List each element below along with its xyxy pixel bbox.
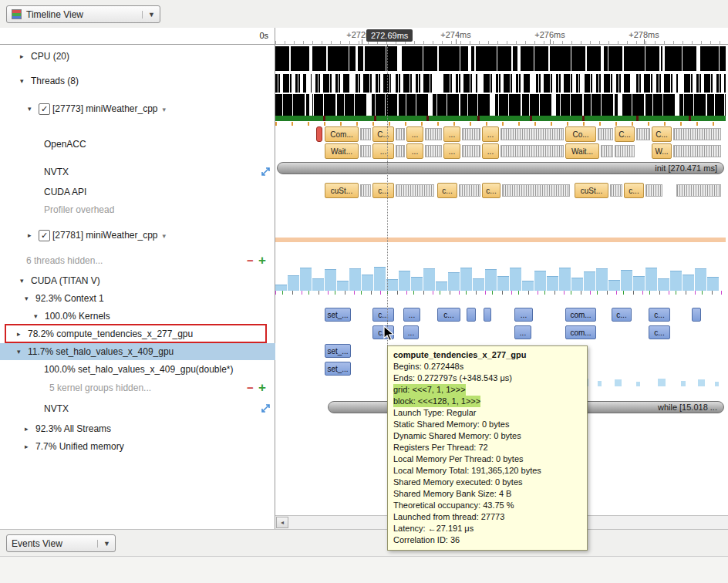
tree-item-label[interactable]: OpenACC: [44, 136, 86, 153]
expand-arrow-icon[interactable]: ▸: [28, 227, 32, 244]
timeline-block[interactable]: Com...: [325, 126, 359, 142]
timeline-block[interactable]: c...: [624, 183, 644, 198]
tree-item-thread-27773[interactable]: ▾✓[27773] miniWeather_cpp▾: [0, 100, 275, 117]
tree-item-threads-hidden[interactable]: 6 threads hidden...−+: [0, 252, 275, 269]
tree-item-label[interactable]: 6 threads hidden...: [26, 252, 103, 269]
tree-item-unified-memory[interactable]: ▸7.7% Unified memory: [0, 438, 275, 455]
row-checkbox[interactable]: ✓: [39, 103, 50, 115]
tree-item-label[interactable]: 5 kernel groups hidden...: [49, 379, 151, 396]
expand-arrow-icon[interactable]: ▸: [25, 438, 29, 455]
timeline-block[interactable]: c...: [649, 308, 670, 322]
hide-row-button[interactable]: −: [247, 252, 254, 269]
tree-item-nvtx-cuda[interactable]: NVTX: [0, 400, 275, 417]
expand-arrow-icon[interactable]: ▸: [25, 420, 29, 437]
tree-item-label[interactable]: 100.0% set_halo_values_x_409_gpu(double*…: [44, 361, 234, 378]
tree-item-cpu[interactable]: ▸CPU (20): [0, 48, 275, 65]
timeline-block[interactable]: c...: [437, 183, 457, 198]
expand-arrow-icon[interactable]: ▾: [17, 343, 21, 360]
tree-item-kernel-groups-hidden[interactable]: 5 kernel groups hidden...−+: [0, 379, 275, 396]
timeline-block[interactable]: c...: [437, 308, 460, 322]
expand-row-icon[interactable]: [261, 403, 271, 414]
tree-item-label[interactable]: 78.2% compute_tendencies_x_277_gpu: [28, 325, 193, 342]
timeline-block[interactable]: set_...: [325, 344, 351, 358]
timeline-block[interactable]: C...: [372, 126, 394, 142]
tree-item-label[interactable]: [27781] miniWeather_cpp▾: [52, 227, 166, 244]
tree-item-kernel-set-halo-instance[interactable]: 100.0% set_halo_values_x_409_gpu(double*…: [0, 361, 275, 378]
timeline-block[interactable]: com...: [565, 325, 596, 339]
tree-item-all-streams[interactable]: ▸92.3% All Streams: [0, 420, 275, 437]
timeline-block[interactable]: Co...: [565, 126, 596, 142]
show-row-button[interactable]: +: [258, 379, 266, 396]
tree-item-label[interactable]: 92.3% All Streams: [35, 420, 111, 437]
expand-arrow-icon[interactable]: ▸: [20, 48, 24, 65]
timeline-block[interactable]: ...: [406, 143, 423, 159]
tree-item-openacc[interactable]: OpenACC: [0, 136, 275, 153]
timeline-block[interactable]: C...: [652, 126, 672, 142]
expand-arrow-icon[interactable]: ▾: [25, 290, 29, 307]
tree-item-thread-27781[interactable]: ▸✓[27781] miniWeather_cpp▾: [0, 227, 275, 244]
timeline-block[interactable]: ...: [403, 308, 420, 322]
tree-item-label[interactable]: CUDA API: [44, 184, 86, 201]
tree-item-label[interactable]: 92.3% Context 1: [35, 290, 104, 307]
show-row-button[interactable]: +: [258, 252, 266, 269]
tree-item-threads[interactable]: ▾Threads (8): [0, 72, 275, 89]
tree-item-label[interactable]: 100.0% Kernels: [45, 308, 110, 325]
row-checkbox[interactable]: ✓: [39, 230, 50, 241]
tree-item-context-1[interactable]: ▾92.3% Context 1: [0, 290, 275, 307]
timeline-block[interactable]: c...: [612, 308, 632, 322]
tree-item-kernel-compute-tendencies[interactable]: ▸78.2% compute_tendencies_x_277_gpu: [0, 325, 275, 342]
expand-arrow-icon[interactable]: ▸: [17, 325, 21, 342]
timeline-block[interactable]: C...: [615, 126, 635, 142]
timeline-block[interactable]: W...: [652, 143, 672, 159]
expand-arrow-icon[interactable]: ▾: [34, 308, 38, 325]
timeline-view-dropdown[interactable]: Timeline View ▼: [6, 5, 160, 23]
scroll-left-button[interactable]: ◂: [276, 517, 288, 528]
timeline-block[interactable]: set_...: [325, 308, 351, 322]
timeline-block[interactable]: c...: [372, 183, 394, 198]
tree-item-label[interactable]: 11.7% set_halo_values_x_409_gpu: [28, 343, 174, 360]
timeline-block[interactable]: Wait...: [565, 143, 599, 159]
timeline-block[interactable]: ...: [443, 143, 460, 159]
tree-item-label[interactable]: CUDA (TITAN V): [31, 272, 100, 289]
chevron-down-icon[interactable]: ▾: [163, 232, 167, 240]
expand-arrow-icon[interactable]: ▾: [20, 72, 24, 89]
tree-item-label[interactable]: Profiler overhead: [44, 201, 114, 218]
timeline-block[interactable]: set_...: [325, 362, 351, 376]
tree-item-label[interactable]: NVTX: [44, 400, 69, 417]
tree-item-cuda-api[interactable]: CUDA API: [0, 184, 275, 201]
expand-arrow-icon[interactable]: ▾: [20, 272, 24, 289]
timeline-block[interactable]: ...: [482, 126, 499, 142]
tree-item-nvtx-27773[interactable]: NVTX: [0, 163, 275, 180]
tree-item-profiler-overhead[interactable]: Profiler overhead: [0, 201, 275, 218]
events-view-dropdown[interactable]: Events View ▼: [6, 534, 116, 552]
hide-row-button[interactable]: −: [247, 379, 254, 396]
timeline-block[interactable]: init [270.471 ms]: [277, 162, 724, 174]
tree-item-label[interactable]: 7.7% Unified memory: [35, 438, 124, 455]
timeline-block[interactable]: ...: [482, 143, 499, 159]
timeline-block[interactable]: ...: [372, 143, 394, 159]
chevron-down-icon[interactable]: ▾: [163, 106, 167, 113]
expand-arrow-icon[interactable]: ▾: [28, 100, 32, 117]
timeline-block[interactable]: com...: [565, 308, 596, 322]
timeline-block[interactable]: ...: [514, 308, 533, 322]
timeline-block[interactable]: cuSt...: [325, 183, 359, 198]
tree-item-kernels[interactable]: ▾100.0% Kernels: [0, 308, 275, 325]
tree-item-label[interactable]: Threads (8): [31, 72, 79, 89]
timeline-block[interactable]: ...: [443, 126, 460, 142]
timeline-block[interactable]: c...: [372, 308, 394, 322]
tree-item-cuda-device[interactable]: ▾CUDA (TITAN V): [0, 272, 275, 289]
tree-item-label[interactable]: CPU (20): [31, 48, 69, 65]
timeline-ruler[interactable]: 272.69ms +272ms+274ms+276ms+278ms: [275, 28, 728, 45]
timeline-block[interactable]: ...: [514, 325, 531, 339]
tree-item-kernel-set-halo[interactable]: ▾11.7% set_halo_values_x_409_gpu: [0, 343, 275, 360]
tree-item-label[interactable]: [27773] miniWeather_cpp▾: [52, 100, 166, 117]
timeline-block[interactable]: c...: [482, 183, 501, 198]
timeline-block[interactable]: ...: [406, 126, 423, 142]
timeline-block[interactable]: ...: [403, 325, 419, 339]
timeline-block[interactable]: c...: [649, 325, 670, 339]
timeline-texture: [426, 116, 429, 121]
expand-row-icon[interactable]: [261, 167, 271, 177]
tree-item-label[interactable]: NVTX: [44, 163, 69, 180]
timeline-block[interactable]: cuSt...: [575, 183, 608, 198]
timeline-block[interactable]: Wait...: [325, 143, 359, 159]
